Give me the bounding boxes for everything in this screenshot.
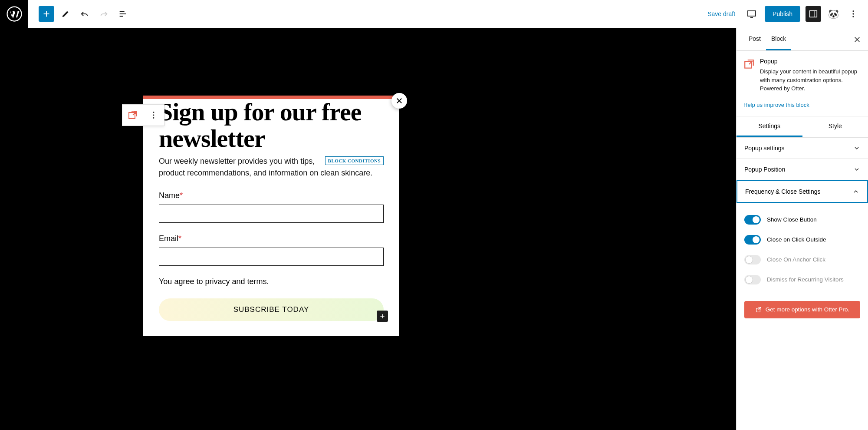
subscribe-button-label: SUBSCRIBE TODAY: [233, 305, 309, 314]
edit-tool-button[interactable]: [58, 6, 73, 22]
toggle-label: Close on Click Outside: [767, 236, 826, 243]
settings-subtab-style[interactable]: Style: [802, 116, 868, 137]
undo-button[interactable]: [77, 6, 92, 22]
block-type-icon[interactable]: [122, 105, 143, 126]
block-title: Popup: [760, 58, 861, 65]
panel-frequency-content: Show Close Button Close on Click Outside…: [736, 203, 868, 297]
block-description: Display your content in beautiful popup …: [760, 67, 861, 93]
external-link-icon: [755, 306, 762, 313]
publish-button[interactable]: Publish: [765, 6, 800, 22]
popup-block-icon: [743, 59, 755, 70]
name-input[interactable]: [159, 205, 384, 223]
save-draft-link[interactable]: Save draft: [704, 7, 739, 21]
toggle-label: Show Close Button: [767, 216, 817, 223]
popup-close-button[interactable]: [391, 93, 407, 109]
svg-point-8: [153, 115, 155, 116]
svg-point-9: [153, 117, 155, 119]
svg-rect-1: [748, 11, 756, 16]
editor-canvas[interactable]: Sign up for our free newsletter BLOCK CO…: [0, 28, 736, 430]
tab-post[interactable]: Post: [743, 28, 766, 50]
block-more-options[interactable]: [143, 105, 164, 126]
chevron-up-icon: [852, 188, 859, 195]
editor-top-toolbar: Save draft Publish 🐼: [0, 0, 868, 28]
preview-button[interactable]: [744, 6, 760, 22]
toggle-dismiss-recurring[interactable]: [744, 275, 761, 284]
name-field-label: Name*: [159, 191, 384, 200]
redo-button[interactable]: [96, 6, 112, 22]
panel-frequency-close[interactable]: Frequency & Close Settings: [736, 180, 868, 203]
panel-popup-settings[interactable]: Popup settings: [736, 138, 868, 159]
more-options-button[interactable]: [845, 6, 861, 22]
svg-point-7: [153, 112, 155, 113]
panel-popup-position[interactable]: Popup Position: [736, 159, 868, 180]
document-outline-button[interactable]: [115, 6, 131, 22]
subscribe-button[interactable]: SUBSCRIBE TODAY: [159, 298, 384, 321]
email-input[interactable]: [159, 248, 384, 266]
svg-point-5: [852, 16, 854, 17]
append-block-button[interactable]: [377, 311, 388, 322]
svg-point-3: [852, 10, 854, 12]
block-conditions-tag[interactable]: BLOCK CONDITIONS: [325, 156, 384, 165]
toggle-show-close-button[interactable]: [744, 215, 761, 225]
toggle-label: Dismiss for Recurring Visitors: [767, 276, 844, 283]
add-block-button[interactable]: [39, 6, 54, 22]
chevron-down-icon: [853, 166, 860, 173]
chevron-down-icon: [853, 145, 860, 152]
otter-pro-cta-label: Get more options with Otter Pro.: [766, 306, 850, 313]
wordpress-logo[interactable]: [0, 0, 28, 28]
popup-heading[interactable]: Sign up for our free newsletter: [159, 99, 384, 152]
email-field-label: Email*: [159, 234, 384, 243]
settings-sidebar: Post Block Popup Display your content in…: [736, 28, 868, 430]
popup-block[interactable]: Sign up for our free newsletter BLOCK CO…: [143, 96, 399, 336]
block-toolbar: [122, 104, 164, 126]
toggle-close-anchor-click[interactable]: [744, 255, 761, 265]
help-improve-link[interactable]: Help us improve this block: [736, 100, 868, 116]
tab-block[interactable]: Block: [766, 28, 791, 50]
settings-subtab-settings[interactable]: Settings: [736, 116, 802, 137]
svg-rect-2: [810, 11, 817, 17]
otter-pro-cta[interactable]: Get more options with Otter Pro.: [744, 301, 860, 318]
otter-plugin-icon[interactable]: 🐼: [826, 7, 840, 21]
toggle-label: Close On Anchor Click: [767, 256, 825, 263]
popup-terms-text[interactable]: You agree to privacy and terms.: [159, 277, 384, 286]
settings-sidebar-toggle[interactable]: [806, 6, 821, 22]
close-sidebar-button[interactable]: [853, 36, 861, 43]
toggle-close-click-outside[interactable]: [744, 235, 761, 245]
svg-point-4: [852, 13, 854, 14]
